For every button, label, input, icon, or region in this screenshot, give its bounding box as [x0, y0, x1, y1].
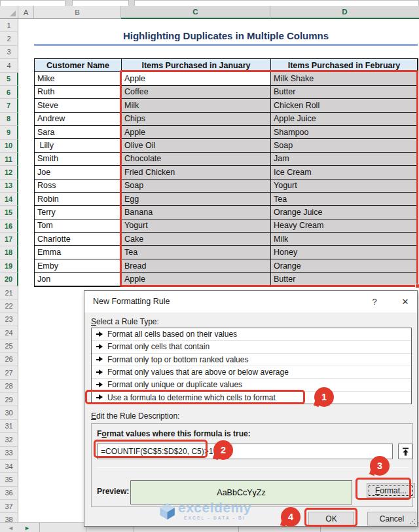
- cell-name-row15[interactable]: Terry: [35, 206, 122, 219]
- row-header-28[interactable]: 28: [0, 380, 18, 393]
- cell-jan-row20[interactable]: Apple: [122, 273, 271, 286]
- cell-name-row7[interactable]: Steve: [35, 99, 122, 112]
- dialog-titlebar[interactable]: New Formatting Rule ? ✕: [84, 291, 417, 313]
- column-header-b[interactable]: B: [34, 6, 121, 19]
- cell-jan-row10[interactable]: Olive Oil: [122, 139, 271, 152]
- row-header-22[interactable]: 22: [0, 299, 18, 313]
- row-header-25[interactable]: 25: [0, 339, 18, 352]
- row-header-27[interactable]: 27: [0, 366, 18, 379]
- column-header-d[interactable]: D: [270, 6, 419, 19]
- row-header-4[interactable]: 4: [0, 59, 18, 72]
- cell-feb-row5[interactable]: Milk Shake: [271, 72, 418, 85]
- row-header-18[interactable]: 18: [0, 246, 18, 259]
- cell-feb-row10[interactable]: Soap: [271, 139, 418, 152]
- row-header-15[interactable]: 15: [0, 206, 18, 219]
- cell-feb-row17[interactable]: Milk: [271, 233, 418, 246]
- row-header-2[interactable]: 2: [0, 32, 18, 45]
- table-header-1[interactable]: Items Purchased in January: [122, 59, 271, 72]
- cell-jan-row11[interactable]: Chocolate: [122, 153, 271, 166]
- cell-name-row18[interactable]: Emma: [35, 246, 122, 259]
- rule-type-item-4[interactable]: Format only unique or duplicate values: [92, 379, 411, 391]
- row-header-37[interactable]: 37: [0, 500, 18, 513]
- row-header-14[interactable]: 14: [0, 193, 18, 206]
- cell-name-row9[interactable]: Sara: [35, 126, 122, 139]
- cell-feb-row19[interactable]: Orange: [271, 259, 418, 273]
- dialog-resize-grip[interactable]: [409, 518, 415, 524]
- cell-jan-row12[interactable]: Fried Chicken: [122, 166, 271, 179]
- cell-jan-row19[interactable]: Bread: [122, 259, 271, 273]
- help-icon[interactable]: ?: [368, 291, 381, 313]
- row-header-32[interactable]: 32: [0, 433, 18, 446]
- format-button[interactable]: Format...: [367, 483, 415, 498]
- cell-feb-row6[interactable]: Butter: [271, 86, 418, 99]
- tab-nav-left-icon[interactable]: ◄: [8, 525, 14, 531]
- formula-input[interactable]: =COUNTIF($C$5:$D$20, C5)>1: [97, 444, 393, 459]
- cell-jan-row8[interactable]: Chips: [122, 113, 271, 126]
- row-header-8[interactable]: 8: [0, 113, 18, 126]
- cell-jan-row5[interactable]: Apple: [122, 72, 271, 85]
- row-header-31[interactable]: 31: [0, 420, 18, 433]
- row-header-6[interactable]: 6: [0, 86, 18, 99]
- row-header-1[interactable]: 1: [0, 19, 18, 32]
- cell-name-row19[interactable]: Emby: [35, 259, 122, 273]
- row-header-26[interactable]: 26: [0, 353, 18, 366]
- cell-feb-row11[interactable]: Jam: [271, 153, 418, 166]
- cell-name-row12[interactable]: Joe: [35, 166, 122, 179]
- tab-nav-right-icon[interactable]: ►: [24, 525, 30, 531]
- select-all-corner[interactable]: [0, 6, 18, 19]
- cell-jan-row14[interactable]: Egg: [122, 193, 271, 206]
- cell-name-row17[interactable]: Charlotte: [35, 233, 122, 246]
- cell-name-row10[interactable]: Lilly: [35, 139, 122, 152]
- row-header-29[interactable]: 29: [0, 393, 18, 406]
- row-header-9[interactable]: 9: [0, 126, 18, 139]
- row-header-34[interactable]: 34: [0, 460, 18, 473]
- cell-jan-row17[interactable]: Cake: [122, 233, 271, 246]
- cell-name-row14[interactable]: Robin: [35, 193, 122, 206]
- cell-jan-row6[interactable]: Coffee: [122, 86, 271, 99]
- row-header-13[interactable]: 13: [0, 180, 18, 193]
- column-header-a[interactable]: A: [18, 6, 34, 19]
- cell-name-row20[interactable]: Jon: [35, 273, 122, 286]
- cell-feb-row12[interactable]: Ice Cream: [271, 166, 418, 179]
- row-header-16[interactable]: 16: [0, 219, 18, 233]
- cell-feb-row9[interactable]: Shampoo: [271, 126, 418, 139]
- row-header-19[interactable]: 19: [0, 259, 18, 273]
- cell-name-row11[interactable]: Smith: [35, 153, 122, 166]
- close-icon[interactable]: ✕: [397, 291, 413, 313]
- cell-name-row16[interactable]: Tom: [35, 219, 122, 233]
- cell-jan-row7[interactable]: Milk: [122, 99, 271, 112]
- table-header-0[interactable]: Customer Name: [35, 59, 122, 72]
- cell-feb-row15[interactable]: Orange Juice: [271, 206, 418, 219]
- cell-jan-row16[interactable]: Yogurt: [122, 219, 271, 233]
- cell-feb-row7[interactable]: Chicken Roll: [271, 99, 418, 112]
- row-header-7[interactable]: 7: [0, 99, 18, 112]
- row-header-35[interactable]: 35: [0, 473, 18, 486]
- row-header-17[interactable]: 17: [0, 233, 18, 246]
- cell-name-row8[interactable]: Andrew: [35, 113, 122, 126]
- ok-button[interactable]: OK: [308, 512, 354, 525]
- row-header-23[interactable]: 23: [0, 313, 18, 326]
- row-header-20[interactable]: 20: [0, 273, 18, 286]
- table-header-2[interactable]: Items Purchased in February: [271, 59, 418, 72]
- row-header-12[interactable]: 12: [0, 166, 18, 179]
- row-header-36[interactable]: 36: [0, 487, 18, 500]
- rule-type-item-5[interactable]: Use a formula to determine which cells t…: [92, 392, 411, 404]
- row-header-21[interactable]: 21: [0, 286, 18, 299]
- cell-feb-row18[interactable]: Honey: [271, 246, 418, 259]
- sheet-tab-0[interactable]: Dataset: [45, 523, 86, 532]
- cell-feb-row8[interactable]: Apple Juice: [271, 113, 418, 126]
- cell-jan-row13[interactable]: Soap: [122, 180, 271, 193]
- collapse-dialog-button[interactable]: [398, 444, 412, 459]
- cell-feb-row13[interactable]: Yogurt: [271, 180, 418, 193]
- rule-type-item-3[interactable]: Format only values that are above or bel…: [92, 366, 411, 379]
- row-header-30[interactable]: 30: [0, 406, 18, 419]
- cell-jan-row18[interactable]: Tea: [122, 246, 271, 259]
- cell-jan-row9[interactable]: Apple: [122, 126, 271, 139]
- row-header-33[interactable]: 33: [0, 447, 18, 460]
- cell-feb-row20[interactable]: Butter: [271, 273, 418, 286]
- column-header-c[interactable]: C: [121, 6, 270, 19]
- rule-type-item-2[interactable]: Format only top or bottom ranked values: [92, 354, 411, 366]
- row-header-24[interactable]: 24: [0, 326, 18, 339]
- cell-name-row6[interactable]: Ruth: [35, 86, 122, 99]
- cell-name-row5[interactable]: Mike: [35, 72, 122, 85]
